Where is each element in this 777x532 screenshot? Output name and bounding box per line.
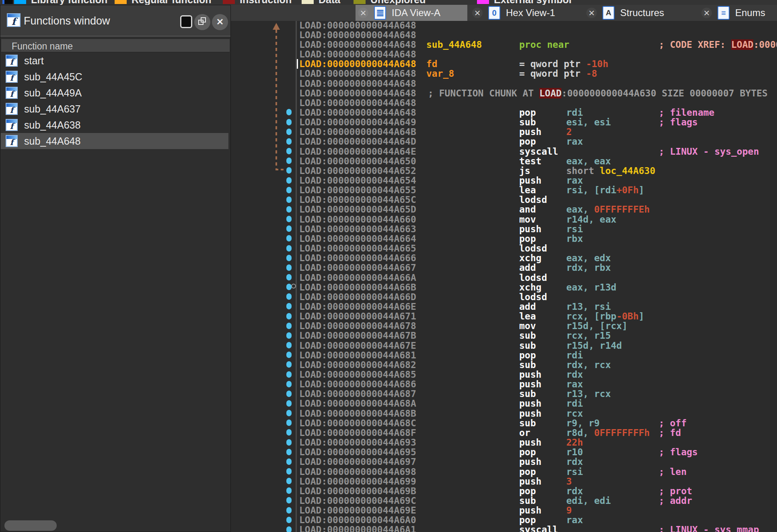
disassembly-line[interactable]: LOAD:000000000044A663pushrsi <box>231 224 777 233</box>
disassembly-line[interactable]: LOAD:000000000044A693push22h <box>231 437 777 447</box>
disassembly-line[interactable]: LOAD:000000000044A66Eaddr13, rsi <box>231 301 777 311</box>
disassembly-line[interactable]: LOAD:000000000044A648sub_44A648proc near… <box>231 39 777 49</box>
disassembly-line[interactable]: LOAD:000000000044A648 <box>231 98 777 107</box>
disassembly-view[interactable]: LOAD:000000000044A648LOAD:000000000044A6… <box>231 21 777 532</box>
disassembly-line[interactable]: LOAD:000000000044A665lodsd <box>231 243 777 253</box>
disassembly-line[interactable]: LOAD:000000000044A67Esubr15d, r14d <box>231 340 777 350</box>
mid-segment: xchg <box>519 282 541 293</box>
address: LOAD:000000000044A695 <box>299 447 416 457</box>
disassembly-line[interactable]: LOAD:000000000044A648var_8= qword ptr -8 <box>231 68 777 78</box>
disassembly-line[interactable]: LOAD:000000000044A695popr10; flags <box>231 447 777 456</box>
function-row-sub-44a49a[interactable]: fsub_44A49A <box>1 85 228 101</box>
disassembly-line[interactable]: LOAD:000000000044A664poprbx <box>231 233 777 243</box>
disassembly-line[interactable]: LOAD:000000000044A685pushrdx <box>231 369 777 379</box>
tab-ida-view-a[interactable]: ×≣IDA View-A <box>356 5 467 21</box>
disassembly-line[interactable]: LOAD:000000000044A650testeax, eax <box>231 156 777 166</box>
disassembly-line[interactable]: LOAD:000000000044A697pushrdx <box>231 456 777 466</box>
address: LOAD:000000000044A648 <box>299 68 416 79</box>
mid-segment: sub <box>519 495 536 506</box>
tab-label: Structures <box>620 7 664 18</box>
function-row-start[interactable]: fstart <box>1 53 228 69</box>
disassembly-line[interactable]: LOAD:000000000044A64Esyscall; LINUX - sy… <box>231 146 777 156</box>
disassembly-line[interactable]: LOAD:000000000044A65Clodsd <box>231 194 777 204</box>
disassembly-line[interactable]: LOAD:000000000044A66Bxchgeax, r13d <box>231 282 777 292</box>
tab-close-icon[interactable]: × <box>358 8 368 18</box>
disassembly-line[interactable]: LOAD:000000000044A69Bpoprdx; prot <box>231 486 777 495</box>
function-name: sub_44A648 <box>24 135 80 147</box>
tab-close-icon[interactable]: × <box>586 8 597 18</box>
disassembly-line[interactable]: LOAD:000000000044A666xchgeax, edx <box>231 253 777 262</box>
function-row-sub-44a45c[interactable]: fsub_44A45C <box>1 69 228 85</box>
disassembly-line[interactable]: LOAD:000000000044A648fd= qword ptr -10h <box>231 59 777 68</box>
disassembly-line[interactable]: LOAD:000000000044A649subesi, esi; flags <box>231 117 777 127</box>
disassembly-line[interactable]: LOAD:000000000044A652jsshort loc_44A630 <box>231 166 777 175</box>
tab-close-icon[interactable]: × <box>701 8 712 18</box>
disassembly-line[interactable]: LOAD:000000000044A6A0poprax <box>231 515 777 524</box>
legend-color-chip <box>115 0 127 4</box>
functions-window-titlebar[interactable]: f Functions window ✕ <box>0 5 230 37</box>
horizontal-scrollbar-thumb[interactable] <box>4 520 57 531</box>
instruction-dot <box>286 323 292 329</box>
disassembly-line[interactable]: LOAD:000000000044A69Epush9 <box>231 505 777 515</box>
disassembly-line[interactable]: LOAD:000000000044A686pushrax <box>231 379 777 389</box>
disassembly-line[interactable]: LOAD:000000000044A68Csubr9, r9; off <box>231 418 777 428</box>
close-button[interactable]: ✕ <box>212 14 228 30</box>
op-segment: rcx, [rbp-0Bh] <box>566 311 644 321</box>
ida-view-icon: ≣ <box>374 6 386 20</box>
instruction-dot <box>286 235 292 241</box>
disassembly-line[interactable]: LOAD:000000000044A68Bpushrcx <box>231 408 777 418</box>
disassembly-line[interactable]: LOAD:000000000044A660movr14d, eax <box>231 214 777 224</box>
disassembly-line[interactable]: LOAD:000000000044A667addrdx, rbx <box>231 262 777 272</box>
function-row-sub-44a637[interactable]: fsub_44A637 <box>1 101 228 117</box>
op-segment: eax, eax <box>566 156 611 166</box>
address: LOAD:000000000044A648 <box>299 78 416 89</box>
mid-segment: mov <box>519 321 536 331</box>
function-row-sub-44a648[interactable]: fsub_44A648 <box>1 133 228 149</box>
disassembly-line[interactable]: LOAD:000000000044A648 <box>231 78 777 88</box>
mid-segment: pop <box>519 136 536 147</box>
instruction-dot <box>286 342 292 348</box>
disassembly-line[interactable]: LOAD:000000000044A65Dandeax, 0FFFFFFFEh <box>231 204 777 214</box>
disassembly-line[interactable]: LOAD:000000000044A66Dlodsd <box>231 292 777 301</box>
disassembly-line[interactable]: LOAD:000000000044A698poprsi; len <box>231 467 777 476</box>
tab-enums[interactable]: ×≡Enums <box>699 5 777 21</box>
disassembly-line[interactable]: LOAD:000000000044A68Forr8d, 0FFFFFFFFh; … <box>231 428 777 437</box>
disassembly-line[interactable]: LOAD:000000000044A687subr13, rcx <box>231 389 777 398</box>
function-row-sub-44a638[interactable]: fsub_44A638 <box>1 117 228 133</box>
tab-close-icon[interactable]: × <box>472 8 483 18</box>
disassembly-line[interactable]: LOAD:000000000044A6A1syscall; LINUX - sy… <box>231 524 777 532</box>
address: LOAD:000000000044A648 <box>299 30 416 40</box>
tab-hex-view-1[interactable]: ×0Hex View-1 <box>470 5 575 21</box>
mid-segment: lodsd <box>519 194 547 205</box>
address: LOAD:000000000044A69C <box>299 495 416 506</box>
disassembly-line[interactable]: LOAD:000000000044A681poprdi <box>231 350 777 360</box>
disassembly-line[interactable]: LOAD:000000000044A655learsi, [rdi+0Fh] <box>231 185 777 194</box>
disassembly-line[interactable]: LOAD:000000000044A64Bpush2 <box>231 127 777 136</box>
instruction-dot <box>286 410 292 416</box>
disassembly-line[interactable]: LOAD:000000000044A648 <box>231 49 777 59</box>
disassembly-line[interactable]: LOAD:000000000044A654pushrax <box>231 175 777 185</box>
disassembly-line[interactable]: LOAD:000000000044A648; FUNCTION CHUNK AT… <box>231 88 777 98</box>
disassembly-line[interactable]: LOAD:000000000044A678movr15d, [rcx] <box>231 321 777 330</box>
disassembly-line[interactable]: LOAD:000000000044A69Csubedi, edi; addr <box>231 495 777 505</box>
mid-segment: lodsd <box>519 272 547 283</box>
tab-structures[interactable]: ×AStructures <box>584 5 685 21</box>
op-segment: r10 <box>566 447 583 457</box>
disassembly-line[interactable]: LOAD:000000000044A648 <box>231 30 777 39</box>
disassembly-line[interactable]: LOAD:000000000044A68Apushrdi <box>231 398 777 408</box>
op-segment: r8d, 0FFFFFFFFh <box>566 428 650 438</box>
disassembly-line[interactable]: LOAD:000000000044A682subrdx, rcx <box>231 360 777 369</box>
disassembly-line[interactable]: LOAD:000000000044A66Alodsd <box>231 272 777 282</box>
disassembly-line[interactable]: LOAD:000000000044A67Bsubrcx, r15 <box>231 330 777 340</box>
disassembly-line[interactable]: LOAD:000000000044A671learcx, [rbp-0Bh] <box>231 311 777 321</box>
address: LOAD:000000000044A68B <box>299 408 416 419</box>
disassembly-line[interactable]: LOAD:000000000044A648poprdi; filename <box>231 107 777 117</box>
disassembly-line[interactable]: LOAD:000000000044A648 <box>231 21 777 30</box>
disassembly-line[interactable]: LOAD:000000000044A699push3 <box>231 476 777 486</box>
column-header-function-name[interactable]: Function name <box>1 38 230 53</box>
float-button[interactable] <box>180 15 192 28</box>
instruction-dot <box>286 109 292 115</box>
address: LOAD:000000000044A699 <box>299 476 416 487</box>
restore-button[interactable] <box>194 14 210 30</box>
disassembly-line[interactable]: LOAD:000000000044A64Dpoprax <box>231 136 777 146</box>
